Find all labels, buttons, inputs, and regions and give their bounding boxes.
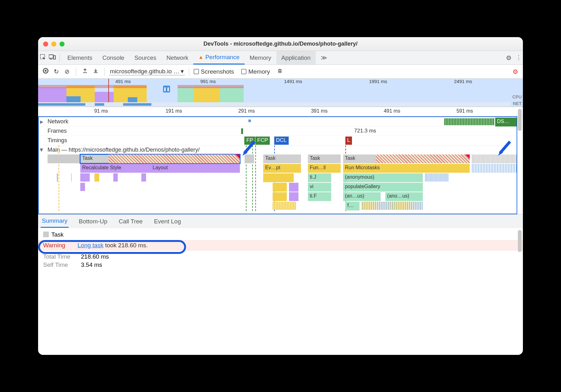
detail-tab-bottomup[interactable]: Bottom-Up [77, 216, 109, 227]
timing-dcl[interactable]: DCL [274, 137, 289, 145]
warning-row: Warning Long task took 218.60 ms. [38, 240, 523, 251]
zoom-window-button[interactable] [60, 42, 65, 47]
track-main-label: Main — https://microsoftedge.github.io/D… [39, 145, 517, 154]
event-name-row: Task [43, 231, 518, 238]
tab-sources[interactable]: Sources [129, 51, 162, 64]
memory-label: Memory [248, 68, 270, 75]
clear-button[interactable]: ⊘ [63, 68, 71, 75]
detail-ruler[interactable]: 91 ms 191 ms 291 ms 391 ms 491 ms 591 ms [38, 107, 523, 116]
track-main[interactable]: ▶ Main — https://microsoftedge.github.io… [39, 145, 517, 211]
tab-performance[interactable]: ▲Performance [193, 51, 245, 64]
net-overview [38, 102, 510, 107]
svg-rect-1 [49, 55, 53, 58]
layout-bar[interactable]: Layout [151, 164, 240, 173]
svg-rect-3 [54, 56, 55, 59]
cpu-overview-label: CPU [512, 94, 522, 99]
long-task-marker-icon [465, 154, 470, 159]
populate-gallery-bar[interactable]: populateGallery [343, 183, 423, 192]
overview-handle[interactable]: ❚❚ [163, 86, 170, 92]
recalc-style-bar[interactable]: Recalculate Style [80, 164, 151, 173]
warning-icon: ▲ [198, 54, 203, 60]
detail-tab-summary[interactable]: Summary [41, 215, 69, 228]
track-frames[interactable]: Frames 721.3 ms [39, 126, 517, 136]
traffic-lights [43, 42, 65, 47]
detail-tab-eventlog[interactable]: Event Log [153, 216, 182, 227]
screenshots-checkbox[interactable] [194, 69, 199, 74]
long-task-link[interactable]: Long task [77, 242, 103, 249]
svg-rect-2 [50, 59, 52, 59]
close-window-button[interactable] [43, 42, 48, 47]
devtools-window: DevTools - microsoftedge.github.io/Demos… [38, 37, 523, 355]
timing-l[interactable]: L [345, 137, 352, 145]
tab-application[interactable]: Application [276, 51, 316, 64]
track-timings[interactable]: Timings FP FCP DCL L [39, 136, 517, 145]
window-title: DevTools - microsoftedge.github.io/Demos… [38, 41, 523, 47]
tab-network[interactable]: Network [162, 51, 194, 64]
titlebar: DevTools - microsoftedge.github.io/Demos… [38, 37, 523, 51]
reload-record-button[interactable]: ↻ [52, 68, 61, 75]
garbage-collect-icon[interactable] [275, 68, 284, 76]
tab-elements[interactable]: Elements [62, 51, 97, 64]
inspect-icon[interactable] [38, 54, 48, 62]
total-time-row: Total Time218.60 ms [43, 253, 518, 261]
self-time-row: Self Time3.54 ms [43, 261, 518, 269]
color-swatch [43, 232, 49, 237]
track-network[interactable]: ▶ Network DS… [39, 117, 517, 126]
network-bar-ds[interactable]: DS… [495, 118, 517, 126]
recording-selector[interactable]: microsoftedge.github.io …▾ [109, 68, 184, 76]
screenshots-label: Screenshots [201, 68, 234, 75]
memory-checkbox[interactable] [241, 69, 246, 74]
settings-gear-icon[interactable]: ⚙ [504, 54, 513, 62]
timing-fcp[interactable]: FCP [255, 137, 270, 145]
long-task-hatch [109, 154, 240, 163]
detail-tab-calltree[interactable]: Call Tree [117, 216, 144, 227]
overview-timeline[interactable]: 491 ms 991 ms 1491 ms 1991 ms 2491 ms ❚❚ [38, 79, 523, 107]
load-profile-icon[interactable] [81, 68, 89, 75]
track-frames-label: Frames [39, 126, 517, 136]
vertical-scrollbar[interactable] [518, 230, 522, 252]
net-overview-label: NET [513, 101, 522, 106]
detail-tabstrip: Summary Bottom-Up Call Tree Event Log [38, 214, 523, 228]
tab-memory[interactable]: Memory [245, 51, 276, 64]
summary-panel: Task Warning Long task took 218.60 ms. T… [38, 228, 523, 355]
long-task-marker-icon [235, 154, 240, 159]
minimize-window-button[interactable] [51, 42, 56, 47]
anonymous-bar[interactable]: (anonymous) [343, 173, 423, 182]
vertical-scrollbar[interactable] [518, 109, 522, 131]
more-menu-icon[interactable]: ⋮ [513, 54, 523, 61]
tab-console[interactable]: Console [97, 51, 129, 64]
save-profile-icon[interactable] [91, 68, 100, 75]
device-toolbar-icon[interactable] [48, 54, 57, 61]
capture-settings-icon[interactable]: ⚙ [511, 68, 520, 76]
frame-marker-time: 721.3 ms [354, 128, 376, 134]
tabs-overflow-button[interactable]: ≫ [316, 51, 332, 64]
run-microtasks-bar[interactable]: Run Microtasks [343, 164, 470, 173]
performance-toolbar: ↻ ⊘ microsoftedge.github.io …▾ Screensho… [38, 65, 523, 79]
main-tabstrip: Elements Console Sources Network ▲Perfor… [38, 51, 523, 65]
record-button[interactable] [41, 68, 50, 75]
flamechart[interactable]: ▶ Network DS… Frames 721.3 ms Timings FP… [38, 116, 517, 214]
